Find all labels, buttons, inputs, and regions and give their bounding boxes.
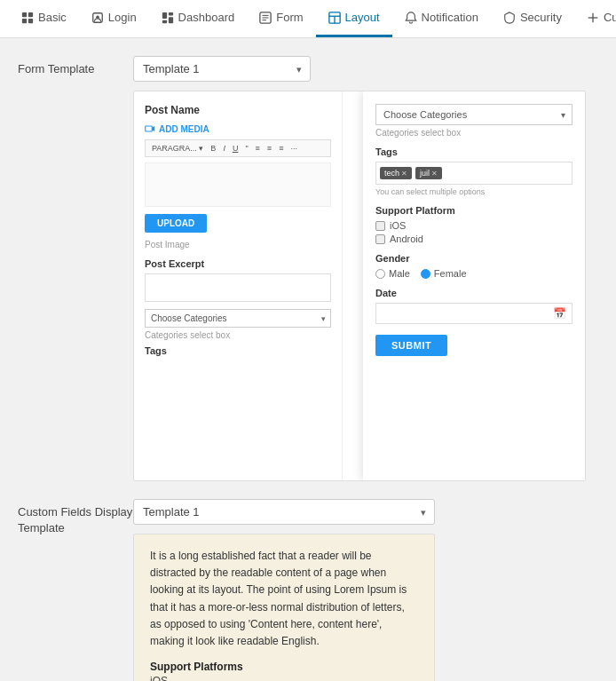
rp-male-radio[interactable]: [375, 269, 385, 279]
rp-submit-button[interactable]: SUBMIT: [375, 335, 447, 356]
preview-post-name-label: Post Name: [145, 104, 331, 116]
toolbar-italic[interactable]: I: [220, 143, 228, 154]
rp-female-label: Female: [434, 268, 467, 279]
tab-basic[interactable]: Basic: [9, 0, 79, 37]
custom-fields-section: Custom Fields Display Template Template …: [18, 499, 598, 681]
cfd-select-wrap: Template 1 Template 2 ▾: [133, 499, 435, 525]
svg-rect-2: [22, 18, 27, 22]
upload-button[interactable]: UPLOAD: [145, 214, 207, 233]
rp-android-checkbox[interactable]: [375, 234, 385, 244]
cfd-field-support-platforms: Support Platforms iOS: [150, 661, 418, 681]
svg-rect-8: [162, 20, 166, 23]
tag-juil-close-icon[interactable]: ✕: [431, 170, 438, 178]
preview-categories-label: Categories select box: [145, 330, 331, 340]
toolbar-align2[interactable]: ≡: [265, 143, 274, 154]
form-template-select-wrap: Template 1 Template 2 Template 3 ▾: [133, 56, 311, 82]
tag-chip-juil: juil ✕: [415, 167, 442, 179]
svg-rect-1: [28, 12, 33, 16]
navigation-tabs: Basic Login Dashboard Form Layout Notifi…: [0, 0, 616, 38]
rp-categories-select[interactable]: Choose Categories: [375, 104, 573, 125]
rp-male-option: Male: [375, 268, 410, 279]
rp-android-label: Android: [390, 234, 423, 244]
tag-chip-tech: tech ✕: [380, 167, 412, 179]
rp-female-option: Female: [421, 268, 467, 279]
svg-rect-0: [22, 12, 27, 16]
tab-notification[interactable]: Notification: [392, 0, 491, 37]
post-excerpt-label: Post Excerpt: [145, 258, 331, 269]
rp-ios-row: iOS: [375, 220, 573, 231]
rp-gender-row: Male Female: [375, 268, 573, 279]
rp-date-input[interactable]: 📅: [375, 303, 573, 324]
rp-multiple-note: You can select multiple options: [375, 187, 573, 196]
add-media-label: ADD MEDIA: [159, 124, 209, 134]
main-content: Form Template Template 1 Template 2 Temp…: [0, 38, 616, 681]
preview-toolbar: PARAGRA... ▾ B I U " ≡ ≡ ≡ ···: [145, 139, 331, 157]
rp-tags-box[interactable]: tech ✕ juil ✕: [375, 162, 573, 185]
form-template-section: Form Template Template 1 Template 2 Temp…: [18, 56, 598, 481]
rp-ios-checkbox[interactable]: [375, 221, 385, 231]
rp-female-radio[interactable]: [421, 269, 430, 279]
tab-layout[interactable]: Layout: [316, 0, 392, 37]
svg-rect-6: [162, 12, 166, 18]
toolbar-quote[interactable]: ": [242, 143, 250, 154]
rp-tags-label: Tags: [375, 146, 573, 157]
rp-cats-label: Categories select box: [375, 128, 573, 138]
post-image-label: Post Image: [145, 240, 331, 249]
tab-dashboard[interactable]: Dashboard: [149, 0, 248, 37]
toolbar-more[interactable]: ···: [288, 143, 300, 154]
form-template-label: Form Template: [18, 56, 133, 77]
rp-android-row: Android: [375, 234, 573, 244]
tab-security[interactable]: Security: [491, 0, 574, 37]
toolbar-underline[interactable]: U: [230, 143, 241, 154]
preview-tags-label: Tags: [145, 345, 331, 356]
tag-tech-close-icon[interactable]: ✕: [401, 170, 407, 178]
tab-customize[interactable]: Customize: [574, 0, 616, 37]
tab-form[interactable]: Form: [247, 0, 315, 37]
svg-rect-9: [168, 17, 172, 23]
preview-add-media[interactable]: ADD MEDIA: [145, 123, 331, 134]
toolbar-align1[interactable]: ≡: [253, 143, 263, 154]
cfd-template-select[interactable]: Template 1 Template 2: [133, 499, 435, 525]
cfd-field-name-0: Support Platforms: [150, 661, 418, 673]
form-preview-container: Post Name ADD MEDIA PARAGRA... ▾ B I U "…: [133, 91, 586, 481]
preview-categories-select[interactable]: Choose Categories: [145, 309, 331, 328]
cfd-preview-container: It is a long established fact that a rea…: [133, 534, 435, 681]
preview-text-area[interactable]: [145, 162, 331, 207]
custom-fields-label: Custom Fields Display Template: [18, 499, 133, 536]
svg-rect-3: [28, 18, 33, 22]
cfd-field-value-0: iOS: [150, 675, 418, 681]
rp-date-label: Date: [375, 288, 573, 298]
calendar-icon: 📅: [553, 307, 566, 320]
rp-ios-label: iOS: [390, 220, 406, 231]
rp-support-label: Support Platform: [375, 205, 573, 216]
toolbar-align3[interactable]: ≡: [276, 143, 286, 154]
cfd-intro-text: It is a long established fact that a rea…: [150, 548, 418, 650]
svg-rect-7: [168, 12, 172, 15]
toolbar-paragraph[interactable]: PARAGRA... ▾: [149, 143, 206, 154]
svg-rect-19: [146, 126, 153, 131]
toolbar-bold[interactable]: B: [208, 143, 218, 154]
rp-male-label: Male: [389, 268, 410, 279]
post-excerpt-input[interactable]: [145, 273, 331, 302]
rp-gender-label: Gender: [375, 253, 573, 264]
form-template-select[interactable]: Template 1 Template 2 Template 3: [133, 56, 311, 82]
tab-login[interactable]: Login: [79, 0, 149, 37]
